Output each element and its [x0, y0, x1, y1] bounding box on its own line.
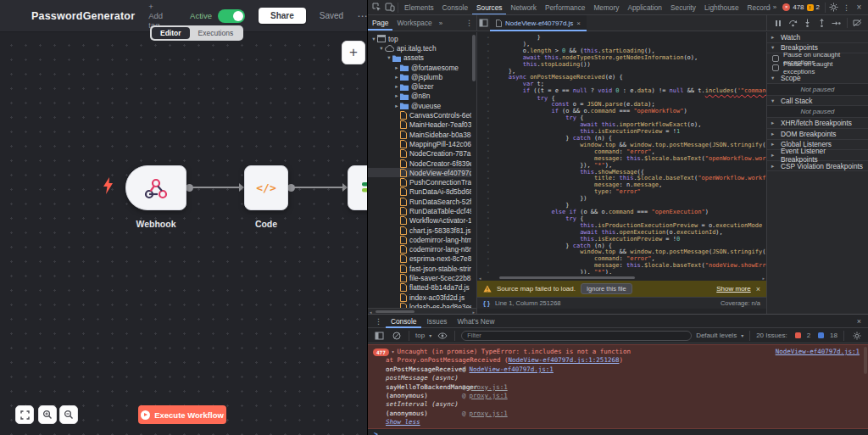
tree-item-canvascontrols-6e03b59[interactable]: CanvasControls-6e03b59… — [368, 110, 471, 120]
pretty-print-icon[interactable]: { } — [483, 299, 490, 307]
navigator-more-chevron[interactable]: » — [437, 20, 445, 27]
console-tab-what-s-new[interactable]: What's New — [452, 315, 499, 328]
tree-item-nodecreation-787a187a[interactable]: NodeCreation-787a187a… — [368, 149, 471, 159]
active-toggle[interactable] — [218, 9, 245, 23]
checkbox-icon[interactable] — [772, 64, 779, 71]
step-over-icon[interactable] — [787, 17, 799, 29]
issues-label[interactable]: 20 Issues: — [756, 332, 787, 339]
more-panels-chevron[interactable]: » — [771, 3, 779, 11]
scrollbar-thumb[interactable] — [499, 276, 635, 279]
step-out-icon[interactable] — [815, 17, 828, 29]
devtools-menu-icon[interactable]: ⋮ — [840, 2, 853, 14]
clear-console-icon[interactable] — [390, 330, 403, 342]
error-source-link[interactable]: NodeView-ef40797d.js:1 — [776, 348, 860, 356]
live-expression-eye-icon[interactable] — [436, 330, 448, 342]
tree-item-chart-js-58383f81-js[interactable]: chart.js-58383f81.js — [368, 226, 471, 235]
checkbox-pause-on-caught-exceptions[interactable]: Pause on caught exceptions — [767, 64, 868, 74]
show-less-link[interactable]: Show less — [386, 418, 420, 426]
step-icon[interactable] — [830, 17, 843, 29]
tree-item-jsplumb[interactable]: ▸@jsplumb — [368, 72, 471, 81]
ignore-file-button[interactable]: Ignore this file — [581, 283, 632, 294]
stack-source-link[interactable]: proxy.js:1 — [470, 410, 508, 418]
panel-tab-security[interactable]: Security — [666, 0, 700, 14]
stack-source-link[interactable]: NodeView-ef40797d.js:1 — [470, 365, 554, 374]
stack-source-link[interactable]: proxy.js:1 — [470, 383, 508, 392]
tree-item-mappingpill-142c06bf-js[interactable]: MappingPill-142c06bf.js — [368, 139, 471, 148]
devtools-close-icon[interactable]: × — [853, 2, 865, 14]
section-call-stack[interactable]: ▾Call Stack — [767, 96, 868, 107]
settings-gear-icon[interactable] — [827, 2, 840, 14]
tree-item-lezer[interactable]: ▸@lezer — [368, 81, 471, 91]
code-content[interactable]: } ), o.length > 0 && (this.startLoading(… — [494, 35, 766, 274]
panel-tab-console[interactable]: Console — [438, 0, 472, 14]
tree-item-top[interactable]: ▾top — [368, 34, 471, 43]
tree-item-fast-json-stable-stringify[interactable]: fast-json-stable-stringify… — [368, 264, 471, 273]
tree-item-nodeview-ef40797d-js[interactable]: NodeView-ef40797d.js — [368, 168, 471, 177]
show-more-link[interactable]: Show more — [716, 285, 750, 293]
tree-item-api-italg-tech[interactable]: ▾api.italg.tech — [368, 43, 471, 53]
tree-item-codemirror-lang-n8n-exp[interactable]: codemirror-lang-n8n-exp… — [368, 245, 471, 254]
context-selector[interactable]: top — [415, 332, 425, 339]
node-partial[interactable] — [348, 165, 367, 210]
dismiss-warning-icon[interactable]: × — [756, 285, 760, 293]
close-drawer-icon[interactable]: × — [854, 317, 865, 326]
tree-item-workflowactivator-163f4[interactable]: WorkflowActivator-163f4… — [368, 216, 471, 226]
console-prompt[interactable]: > — [368, 430, 868, 435]
connection-code-next[interactable] — [292, 187, 346, 188]
navigator-tab-page[interactable]: Page — [368, 15, 392, 31]
tree-item-n8n[interactable]: ▸@n8n — [368, 92, 471, 101]
tree-item-mainheader-7eaf030e-js[interactable]: MainHeader-7eaf030e.js — [368, 120, 471, 130]
panel-tab-sources[interactable]: Sources — [472, 0, 506, 14]
share-button[interactable]: Share — [259, 8, 306, 24]
navigator-menu-icon[interactable]: ⋮ — [462, 19, 476, 27]
deactivate-breakpoints-icon[interactable] — [851, 17, 864, 29]
tree-item-vueuse[interactable]: ▸@vueuse — [368, 101, 471, 110]
panel-tab-memory[interactable]: Memory — [589, 0, 623, 14]
navigator-horizontal-scrollbar[interactable]: ◂ ▸ — [368, 308, 476, 314]
console-settings-icon[interactable] — [850, 330, 863, 342]
stack-source-link[interactable]: proxy.js:1 — [470, 392, 508, 400]
tree-item-file-saver-5cec22b8-js[interactable]: file-saver-5cec22b8.js — [368, 273, 471, 282]
zoom-out-button[interactable] — [59, 405, 78, 424]
device-toolbar-icon[interactable] — [383, 2, 396, 14]
panel-tab-performance[interactable]: Performance — [541, 0, 590, 14]
file-tab-nodeview[interactable]: NodeView-ef40797d.js × — [490, 15, 587, 31]
open-file-list-icon[interactable] — [477, 17, 490, 29]
tree-item-assets[interactable]: ▾assets — [368, 53, 471, 63]
scrollbar-thumb[interactable] — [376, 310, 415, 313]
tree-item-index-ac03fd2d-js[interactable]: index-ac03fd2d.js — [368, 293, 471, 302]
navigator-tab-workspace[interactable]: Workspace — [392, 15, 436, 31]
tree-item-fortawesome[interactable]: ▸@fortawesome — [368, 63, 471, 72]
step-into-icon[interactable] — [801, 17, 814, 29]
tree-item-rundataai-8d5bd68e-js[interactable]: RunDataAi-8d5bd68e.js — [368, 187, 471, 197]
workflow-canvas[interactable]: + Webhook — [0, 32, 367, 435]
tree-item-rundatatable-dcf4902d-j[interactable]: RunDataTable-dcf4902d.j… — [368, 206, 471, 215]
section-xhr-fetch-breakpoints[interactable]: ▸XHR/fetch Breakpoints — [767, 118, 868, 129]
zoom-in-button[interactable] — [38, 405, 57, 424]
execute-workflow-button[interactable]: Execute Workflow — [138, 405, 226, 424]
console-scrollbar[interactable] — [864, 347, 867, 374]
tab-executions[interactable]: Executions — [190, 27, 242, 39]
tree-item-codemirror-lang-html-n8[interactable]: codemirror-lang-html-n8… — [368, 235, 471, 244]
panel-tab-application[interactable]: Application — [623, 0, 666, 14]
line-gutter[interactable]: ------------------------------------ — [477, 35, 494, 274]
section-event-listener-breakpoints[interactable]: ▸Event Listener Breakpoints — [767, 150, 868, 161]
tree-item-pushconnectiontracker[interactable]: PushConnectionTracker-… — [368, 177, 471, 187]
console-tab-console[interactable]: Console — [386, 315, 421, 328]
console-filter-input[interactable] — [461, 331, 692, 341]
at-source-link[interactable]: NodeView-ef40797d.js:1:251268 — [509, 356, 620, 364]
console-tab-issues[interactable]: Issues — [421, 315, 452, 328]
node-webhook[interactable] — [125, 165, 186, 210]
section-watch[interactable]: ▸Watch — [767, 32, 868, 43]
panel-tab-lighthouse[interactable]: Lighthouse — [700, 0, 743, 14]
section-csp-violation-breakpoints[interactable]: ▸CSP Violation Breakpoints — [767, 161, 868, 172]
panel-tab-network[interactable]: Network — [506, 0, 540, 14]
inspect-element-icon[interactable] — [370, 2, 383, 14]
console-sidebar-icon[interactable] — [373, 330, 386, 342]
tree-item-lodash-es-bad8e3ee-js[interactable]: lodash-es-bad8e3ee.js — [368, 302, 471, 308]
tab-editor[interactable]: Editor — [152, 27, 190, 39]
console-error-badge[interactable]: × 478 ! 2 — [779, 3, 823, 11]
tree-item-mainsidebar-b0a38e3c-j[interactable]: MainSidebar-b0a38e3c.j… — [368, 130, 471, 139]
tree-item-nodecreator-6f839eb9-j[interactable]: NodeCreator-6f839eb9.j… — [368, 159, 471, 168]
checkbox-icon[interactable] — [772, 55, 779, 62]
